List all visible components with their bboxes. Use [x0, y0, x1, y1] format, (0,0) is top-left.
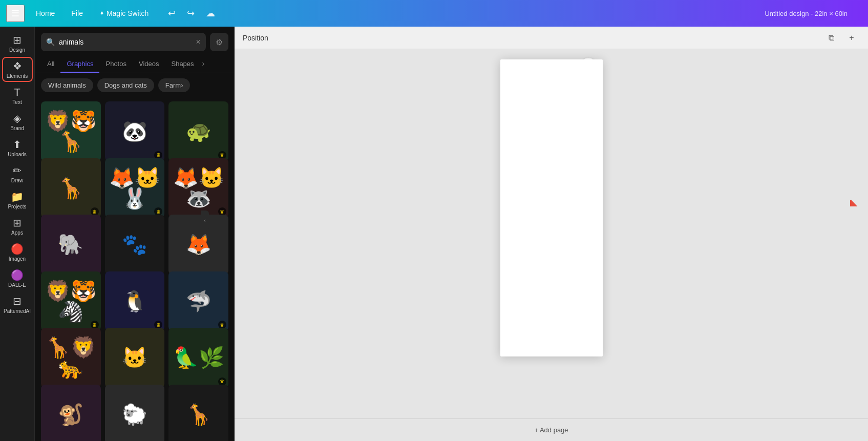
grid-item-15-image: 🦜🌿 — [173, 347, 224, 368]
grid-item-3-image: 🐢 — [186, 121, 211, 141]
sidebar-item-apps-label: Apps — [11, 230, 23, 236]
sidebar-item-draw[interactable]: ✏ Draw — [2, 161, 33, 186]
apps-icon: ⊞ — [13, 218, 22, 228]
sidebar-item-design-label: Design — [9, 47, 25, 53]
sidebar-item-draw-label: Draw — [11, 178, 23, 183]
grid-item-11-image: 🐧 — [122, 291, 147, 311]
canvas-area — [235, 49, 868, 418]
sidebar-item-text[interactable]: T Text — [2, 83, 33, 108]
grid-item-17[interactable]: 🐑 — [105, 385, 165, 442]
magic-switch-button[interactable]: ✦ Magic Switch — [92, 6, 156, 20]
canvas-page — [500, 59, 603, 356]
save-cloud-button[interactable]: ☁ — [202, 6, 219, 21]
filter-chips: Wild animals Dogs and cats Farm› — [35, 73, 235, 97]
grid-item-5-image: 🦊🐱🐰 — [105, 167, 165, 208]
hamburger-icon: ☰ — [11, 8, 19, 18]
tab-all[interactable]: All — [41, 56, 60, 73]
grid-item-4-image: 🦒 — [58, 178, 83, 198]
copy-icon: ⧉ — [829, 33, 834, 43]
grid-item-6[interactable]: 🦊🐱🦝 ♛ — [168, 158, 228, 218]
chip-farm[interactable]: Farm› — [158, 78, 190, 92]
text-icon: T — [14, 87, 20, 97]
grid-item-5[interactable]: 🦊🐱🐰 ♛ — [105, 158, 165, 218]
grid-item-18[interactable]: 🦒 — [168, 385, 228, 442]
sidebar-icons: ⊞ Design ❖ Elements T Text ◈ Brand ⬆ Upl… — [0, 27, 35, 441]
search-bar: 🔍 ✕ ⚙ — [35, 27, 235, 55]
grid-item-10-image: 🦁🐯🦓 — [41, 281, 101, 322]
grid-item-7-image: 🐘 — [58, 234, 83, 255]
add-icon: + — [849, 33, 854, 43]
grid-item-11[interactable]: 🐧 ♛ — [105, 271, 165, 331]
filter-icon: ⚙ — [216, 37, 223, 47]
sidebar-item-projects[interactable]: 📁 Projects — [2, 187, 33, 213]
projects-icon: 📁 — [11, 192, 24, 202]
dalle-icon: 🟣 — [11, 270, 24, 280]
redo-button[interactable]: ↪ — [183, 6, 199, 21]
grid-item-2[interactable]: 🐼 ♛ — [105, 101, 165, 161]
copy-frame-button[interactable]: ⧉ — [823, 30, 839, 46]
grid-item-12[interactable]: 🦈 ♛ — [168, 271, 228, 331]
sidebar-item-brand-label: Brand — [10, 125, 24, 131]
grid-item-15[interactable]: 🦜🌿 ♛ — [168, 328, 228, 388]
sidebar-item-elements[interactable]: ❖ Elements — [2, 57, 33, 82]
sidebar-item-projects-label: Projects — [8, 204, 26, 209]
grid-item-10[interactable]: 🦁🐯🦓 ♛ — [41, 271, 101, 331]
topbar-nav: Home File ✦ Magic Switch — [29, 6, 156, 20]
grid-item-14[interactable]: 🐱 — [105, 328, 165, 388]
add-page-button[interactable]: + Add page — [534, 426, 568, 434]
grid-item-7[interactable]: 🐘 — [41, 215, 101, 275]
sidebar-item-dalle-label: DALL-E — [8, 282, 26, 288]
undo-button[interactable]: ↩ — [164, 6, 180, 21]
clear-search-icon[interactable]: ✕ — [196, 38, 201, 46]
home-button[interactable]: Home — [29, 6, 62, 20]
sidebar-item-patterned[interactable]: ⊟ PatternedAI — [2, 292, 33, 317]
sidebar-item-apps[interactable]: ⊞ Apps — [2, 214, 33, 239]
graphics-grid: 🦁🐯🦒 🐼 ♛ 🐢 ♛ 🦒 ♛ 🦊🐱🐰 ♛ 🦊🐱🦝 ♛ — [35, 97, 235, 441]
chip-dogs-cats[interactable]: Dogs and cats — [97, 78, 154, 92]
sidebar-item-imagen-label: Imagen — [9, 256, 26, 262]
tab-more[interactable]: › — [200, 55, 207, 73]
sidebar-item-uploads[interactable]: ⬆ Uploads — [2, 135, 33, 160]
magic-switch-label: Magic Switch — [107, 9, 149, 17]
grid-item-13[interactable]: 🦒🦁🐆 — [41, 328, 101, 388]
topbar-actions: ↩ ↪ ☁ — [164, 6, 219, 21]
grid-item-8[interactable]: 🐾 — [105, 215, 165, 275]
grid-item-6-image: 🦊🐱🦝 — [168, 167, 228, 208]
tab-graphics[interactable]: Graphics — [60, 56, 99, 73]
brand-icon: ◈ — [13, 113, 21, 123]
tab-shapes[interactable]: Shapes — [165, 56, 200, 73]
topbar: ☰ Home File ✦ Magic Switch ↩ ↪ ☁ Untitle… — [0, 0, 868, 27]
draw-icon: ✏ — [13, 165, 22, 176]
tab-videos[interactable]: Videos — [133, 56, 165, 73]
add-frame-button[interactable]: + — [843, 30, 860, 46]
magic-star-icon: ✦ — [99, 10, 104, 17]
grid-item-12-image: 🦈 — [186, 291, 211, 311]
panel-collapse-handle[interactable]: ‹ — [201, 211, 209, 231]
chip-wild-animals[interactable]: Wild animals — [41, 78, 93, 92]
sidebar-item-uploads-label: Uploads — [8, 152, 27, 157]
grid-item-2-image: 🐼 — [122, 121, 147, 141]
grid-item-1[interactable]: 🦁🐯🦒 — [41, 101, 101, 161]
grid-item-16[interactable]: 🐒 — [41, 385, 101, 442]
sidebar-item-design[interactable]: ⊞ Design — [2, 31, 33, 56]
grid-item-9[interactable]: 🦊 — [168, 215, 228, 275]
search-input[interactable] — [59, 38, 192, 46]
filter-button[interactable]: ⚙ — [210, 33, 228, 51]
sidebar-item-brand[interactable]: ◈ Brand — [2, 109, 33, 134]
position-label: Position — [243, 34, 268, 42]
tab-photos[interactable]: Photos — [99, 56, 132, 73]
right-toolbar: Position ⧉ + — [235, 27, 868, 49]
main-layout: ⊞ Design ❖ Elements T Text ◈ Brand ⬆ Upl… — [0, 27, 868, 441]
grid-item-13-image: 🦒🦁🐆 — [41, 337, 101, 378]
right-area: Position ⧉ + ↻ — [235, 27, 868, 441]
menu-icon[interactable]: ☰ — [6, 5, 25, 22]
file-button[interactable]: File — [64, 6, 90, 20]
grid-item-3[interactable]: 🐢 ♛ — [168, 101, 228, 161]
sidebar-item-imagen[interactable]: 🔴 Imagen — [2, 240, 33, 265]
search-icon: 🔍 — [46, 38, 55, 46]
sidebar-item-dalle[interactable]: 🟣 DALL-E — [2, 266, 33, 291]
grid-item-4[interactable]: 🦒 ♛ — [41, 158, 101, 218]
imagen-icon: 🔴 — [11, 244, 24, 254]
grid-item-17-image: 🐑 — [122, 404, 147, 425]
sidebar-item-patterned-label: PatternedAI — [4, 308, 31, 314]
